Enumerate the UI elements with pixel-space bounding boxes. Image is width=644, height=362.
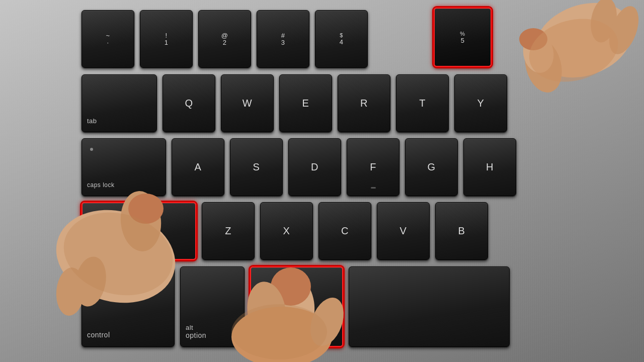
- svg-point-18: [231, 304, 327, 359]
- key-e[interactable]: E: [279, 74, 332, 132]
- key-3[interactable]: # 3: [257, 10, 309, 68]
- key-tilde[interactable]: ~ ·: [82, 10, 134, 68]
- key-d[interactable]: D: [288, 138, 341, 196]
- key-4[interactable]: $ 4: [315, 10, 368, 68]
- key-w[interactable]: W: [221, 74, 274, 132]
- keyboard-background: ~ · ! 1 @ 2 # 3 $ 4 % 5 tab Q W E R T Y: [0, 0, 644, 362]
- key-s[interactable]: S: [230, 138, 283, 196]
- key-q[interactable]: Q: [163, 74, 215, 132]
- right-hand-finger: [423, 0, 644, 151]
- key-b[interactable]: B: [435, 202, 488, 260]
- f-key-bump: [371, 187, 376, 189]
- key-r[interactable]: R: [338, 74, 390, 132]
- key-tab[interactable]: tab: [82, 74, 157, 132]
- caps-lock-led: [90, 148, 93, 151]
- right-hand-cmd: [176, 241, 403, 362]
- key-1[interactable]: ! 1: [140, 10, 193, 68]
- key-2[interactable]: @ 2: [198, 10, 251, 68]
- key-f[interactable]: F: [347, 138, 399, 196]
